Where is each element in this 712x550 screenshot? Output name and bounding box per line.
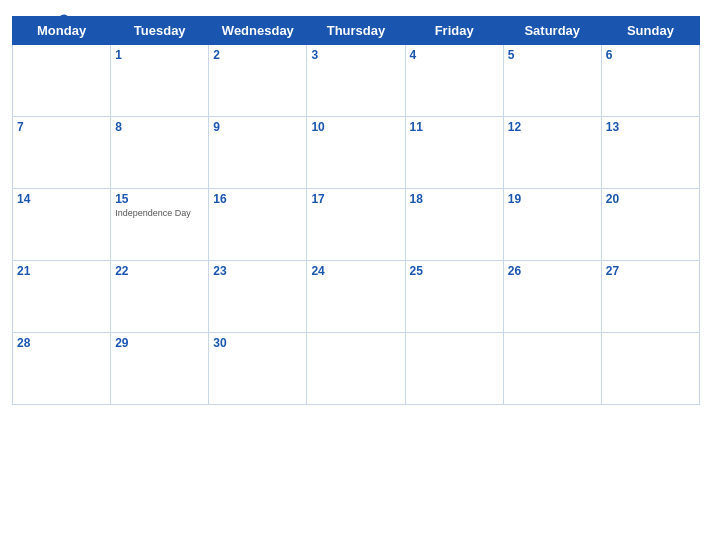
calendar-cell — [405, 333, 503, 405]
day-number: 26 — [508, 264, 597, 278]
calendar-cell: 12 — [503, 117, 601, 189]
calendar-cell — [601, 333, 699, 405]
calendar-week-1: 123456 — [13, 45, 700, 117]
calendar-cell — [13, 45, 111, 117]
day-number: 17 — [311, 192, 400, 206]
day-number: 11 — [410, 120, 499, 134]
calendar-cell: 6 — [601, 45, 699, 117]
calendar-cell: 10 — [307, 117, 405, 189]
calendar-cell: 29 — [111, 333, 209, 405]
day-number: 23 — [213, 264, 302, 278]
day-number: 15 — [115, 192, 204, 206]
day-number: 21 — [17, 264, 106, 278]
day-number: 10 — [311, 120, 400, 134]
day-number: 28 — [17, 336, 106, 350]
calendar-cell: 30 — [209, 333, 307, 405]
calendar-header-row: MondayTuesdayWednesdayThursdayFridaySatu… — [13, 17, 700, 45]
day-number: 29 — [115, 336, 204, 350]
calendar-cell: 22 — [111, 261, 209, 333]
day-number: 22 — [115, 264, 204, 278]
weekday-header-thursday: Thursday — [307, 17, 405, 45]
calendar-cell: 19 — [503, 189, 601, 261]
calendar-cell: 15Independence Day — [111, 189, 209, 261]
calendar-cell: 18 — [405, 189, 503, 261]
day-number: 8 — [115, 120, 204, 134]
logo-bird-icon — [50, 10, 70, 34]
event-label: Independence Day — [115, 208, 204, 219]
day-number: 2 — [213, 48, 302, 62]
calendar-cell: 8 — [111, 117, 209, 189]
day-number: 3 — [311, 48, 400, 62]
calendar-cell: 24 — [307, 261, 405, 333]
weekday-header-sunday: Sunday — [601, 17, 699, 45]
calendar-cell: 16 — [209, 189, 307, 261]
calendar-cell: 2 — [209, 45, 307, 117]
calendar-table: MondayTuesdayWednesdayThursdayFridaySatu… — [12, 16, 700, 405]
weekday-header-tuesday: Tuesday — [111, 17, 209, 45]
calendar-cell: 7 — [13, 117, 111, 189]
day-number: 19 — [508, 192, 597, 206]
calendar-cell: 11 — [405, 117, 503, 189]
day-number: 1 — [115, 48, 204, 62]
calendar-week-5: 282930 — [13, 333, 700, 405]
calendar-cell: 26 — [503, 261, 601, 333]
day-number: 5 — [508, 48, 597, 62]
day-number: 30 — [213, 336, 302, 350]
calendar-cell: 14 — [13, 189, 111, 261]
weekday-header-wednesday: Wednesday — [209, 17, 307, 45]
calendar-cell: 27 — [601, 261, 699, 333]
calendar-cell: 20 — [601, 189, 699, 261]
day-number: 12 — [508, 120, 597, 134]
calendar-cell: 21 — [13, 261, 111, 333]
calendar-week-4: 21222324252627 — [13, 261, 700, 333]
day-number: 27 — [606, 264, 695, 278]
weekday-header-saturday: Saturday — [503, 17, 601, 45]
calendar-cell — [503, 333, 601, 405]
calendar-week-2: 78910111213 — [13, 117, 700, 189]
calendar-cell: 1 — [111, 45, 209, 117]
calendar-cell: 28 — [13, 333, 111, 405]
day-number: 16 — [213, 192, 302, 206]
calendar-body: 123456789101112131415Independence Day161… — [13, 45, 700, 405]
weekday-header-friday: Friday — [405, 17, 503, 45]
calendar-cell: 17 — [307, 189, 405, 261]
day-number: 14 — [17, 192, 106, 206]
day-number: 24 — [311, 264, 400, 278]
calendar-cell — [307, 333, 405, 405]
calendar-cell: 5 — [503, 45, 601, 117]
calendar-week-3: 1415Independence Day1617181920 — [13, 189, 700, 261]
day-number: 6 — [606, 48, 695, 62]
day-number: 13 — [606, 120, 695, 134]
calendar-cell: 25 — [405, 261, 503, 333]
day-number: 18 — [410, 192, 499, 206]
calendar-wrapper: MondayTuesdayWednesdayThursdayFridaySatu… — [0, 0, 712, 550]
calendar-cell: 23 — [209, 261, 307, 333]
day-number: 4 — [410, 48, 499, 62]
calendar-cell: 3 — [307, 45, 405, 117]
day-number: 7 — [17, 120, 106, 134]
day-number: 20 — [606, 192, 695, 206]
day-number: 25 — [410, 264, 499, 278]
day-number: 9 — [213, 120, 302, 134]
calendar-cell: 9 — [209, 117, 307, 189]
calendar-cell: 13 — [601, 117, 699, 189]
calendar-cell: 4 — [405, 45, 503, 117]
